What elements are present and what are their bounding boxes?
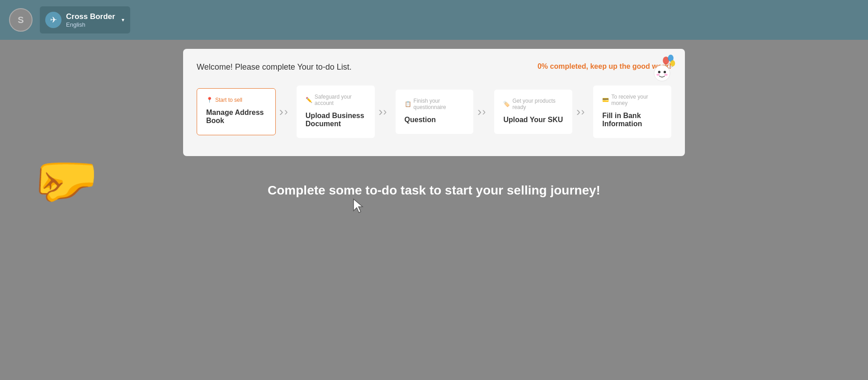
brand-text: Cross Border English [66, 12, 115, 28]
mascot-icon [644, 53, 676, 85]
welcome-text: Welcome! Please complete Your to-do List… [197, 62, 352, 72]
bottom-message: Complete some to-do task to start your s… [268, 183, 600, 198]
step-questionnaire[interactable]: 📋 Finish your questionnaire Question [396, 90, 474, 134]
step-4-icon: 🏷️ [503, 101, 510, 107]
plane-icon: ✈ [45, 12, 61, 28]
step-1-icon: 📍 [206, 97, 213, 103]
step-2-title: Upload Business Document [306, 112, 366, 128]
step-2-icon: ✏️ [306, 97, 312, 103]
hand-cursor-icon: 🤜 [32, 148, 99, 212]
step-3-title: Question [405, 116, 465, 124]
main-content: 🤜 Welcome! Please complete Your to-do Li… [0, 40, 868, 380]
card-header: Welcome! Please complete Your to-do List… [197, 62, 671, 72]
step-products-ready[interactable]: 🏷️ Get your products ready Upload Your S… [494, 90, 572, 134]
nav-brand[interactable]: ✈ Cross Border English ▾ [40, 6, 130, 33]
todo-card: Welcome! Please complete Your to-do List… [183, 49, 685, 156]
step-5-label: 💳 To receive your money [602, 94, 662, 106]
svg-point-9 [656, 74, 660, 76]
brand-title: Cross Border [66, 12, 115, 21]
step-safeguard[interactable]: ✏️ Safeguard your account Upload Busines… [297, 86, 375, 138]
step-receive-money[interactable]: 💳 To receive your money Fill in Bank Inf… [593, 86, 671, 138]
step-2-label: ✏️ Safeguard your account [306, 94, 366, 106]
svg-point-10 [665, 74, 668, 76]
topbar: S ✈ Cross Border English ▾ [0, 0, 868, 40]
avatar: S [9, 8, 33, 32]
step-4-label: 🏷️ Get your products ready [503, 98, 563, 110]
svg-point-2 [670, 60, 675, 66]
dropdown-icon[interactable]: ▾ [122, 17, 124, 23]
brand-subtitle: English [66, 21, 115, 28]
step-4-title: Upload Your SKU [503, 116, 563, 124]
mouse-cursor-icon [353, 198, 366, 216]
step-1-label: 📍 Start to sell [206, 97, 266, 103]
step-3-label: 📋 Finish your questionnaire [405, 98, 465, 110]
svg-point-6 [654, 65, 670, 81]
step-5-title: Fill in Bank Information [602, 112, 662, 128]
svg-point-8 [664, 71, 666, 73]
step-1-title: Manage Address Book [206, 109, 266, 125]
steps-wrapper: 📍 Start to sell Manage Address Book › ✏️… [197, 86, 671, 138]
step-start-to-sell[interactable]: 📍 Start to sell Manage Address Book [197, 88, 276, 135]
step-5-icon: 💳 [602, 97, 609, 103]
step-3-icon: 📋 [405, 101, 411, 107]
svg-point-7 [658, 71, 660, 73]
